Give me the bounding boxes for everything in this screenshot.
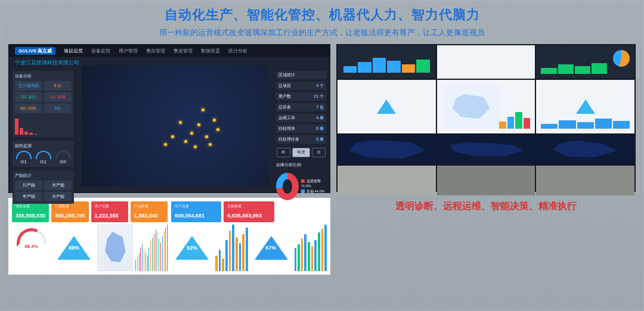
video-wall [336, 44, 636, 192]
chip: 立式玻璃机 [15, 81, 42, 91]
china-map[interactable] [81, 65, 269, 186]
camera-feed [437, 166, 535, 195]
sales-bar-chart [135, 225, 168, 271]
nav-item-4[interactable]: 售后管理 [174, 48, 193, 54]
prod-triangle-2: 67% [250, 225, 292, 271]
wall-map-cell [536, 135, 634, 164]
nav-item-3[interactable]: 售后管理 [146, 48, 165, 54]
pie-legend: 温度报警 71.0% 其他 44.0% [301, 179, 326, 194]
nav-item-5[interactable]: 数据设置 [201, 48, 220, 54]
wall-cell [338, 80, 436, 133]
wall-cell [338, 45, 436, 79]
stat-tile: 产品数量1,392,840 [131, 201, 168, 222]
stat-tile: 销售金额338,808,030 [12, 201, 49, 222]
region-header: 区域统计 [276, 71, 326, 79]
kpi-row: 总设备7 台 [276, 103, 326, 111]
stat-tile: 订单数量385,289,700 [51, 201, 88, 222]
tab[interactable]: 月产能 [44, 181, 72, 190]
prod-bar-chart-2 [295, 225, 327, 271]
gauge-label: G1 [35, 159, 52, 164]
sales-gauge: 88.4% [12, 225, 51, 271]
subheadline: 用一种新的运营模式改变玻璃深加工行业的生产方式，让老板活得更有尊严，让工人更像巡… [0, 27, 644, 38]
gauge-label: G1 [15, 159, 32, 164]
kpi-row: 运维工单4 单 [276, 114, 326, 122]
sales-card: 销售金额338,808,030 订单数量385,289,700 客户总数1,22… [12, 201, 168, 271]
tab[interactable]: 日产能 [15, 181, 42, 190]
kpi-row: 总项目4 个 [276, 82, 326, 90]
kpi-row: 待处理任务5 单 [276, 135, 326, 144]
white-dashboard-row: 销售金额338,808,030 订单数量385,289,700 客户总数1,22… [8, 198, 330, 275]
camera-feed [536, 166, 634, 195]
block-title: 产能统计 [15, 173, 72, 179]
device-analysis-block: 设备分析 立式玻璃机 0 台 2台 运行 1台 故障 0台 待机 0台 [13, 71, 74, 137]
block-title: 设备分析 [15, 73, 72, 79]
headline: 自动化生产、智能化管控、机器代人力、智力代脑力 [0, 0, 644, 24]
chip: 0台 [44, 104, 72, 113]
wall-map-cell [338, 135, 436, 164]
prod-triangle-1: 92% [171, 225, 213, 271]
chip: 0台 待机 [15, 104, 42, 113]
period-month[interactable]: 月 [312, 148, 326, 157]
kpi-row: 待处理单0 单 [276, 125, 326, 133]
camera-feed [338, 166, 436, 195]
wall-cell [437, 80, 535, 133]
sales-triangle: 89% [53, 225, 95, 271]
nav-item-6[interactable]: 统计分析 [228, 48, 247, 54]
energy-block: 能耗监测 G1 G1 G0 [13, 141, 74, 167]
wall-cell [437, 45, 535, 79]
nav-item-2[interactable]: 用户管理 [119, 48, 138, 54]
chip: 0 台 [44, 81, 72, 91]
period-quarter[interactable]: 季度 [292, 148, 310, 157]
capacity-block: 产能统计 日产能 月产能 年产能 月产能 [13, 170, 74, 204]
dashboard-topnav: GOLIVE 高立威 项目总览 设备监控 用户管理 售后管理 售后管理 数据设置… [9, 45, 330, 57]
wall-cell [536, 45, 634, 79]
prod-bar-chart-1 [215, 225, 248, 271]
kpi-row: 用户数21 个 [276, 92, 326, 101]
brand-logo: GOLIVE 高立威 [15, 47, 55, 55]
wall-cell [536, 80, 634, 133]
bottom-tagline: 透明诊断、远程运维、智能决策、精准执行 [336, 200, 636, 213]
nav-item-overview[interactable]: 项目总览 [64, 48, 83, 54]
pie-title: 故障分析比例 [276, 162, 326, 168]
project-title: 宁波江花玻璃科技有限公司 [15, 59, 79, 67]
stat-tile: 生产总量609,054,681 [171, 201, 221, 222]
dark-dashboard: GOLIVE 高立威 项目总览 设备监控 用户管理 售后管理 售后管理 数据设置… [8, 44, 330, 193]
tab[interactable]: 月产能 [44, 192, 72, 201]
gauge-label: G0 [54, 159, 72, 164]
chip: 1台 故障 [44, 92, 72, 102]
fault-pie-chart [276, 173, 299, 200]
mini-bar-chart [15, 114, 72, 135]
tab[interactable]: 年产能 [15, 192, 42, 201]
wall-map-cell [437, 135, 535, 164]
period-year[interactable]: 年 [277, 148, 290, 157]
chip: 2台 运行 [15, 92, 42, 102]
stat-tile: 客户总数1,222,355 [91, 201, 128, 222]
stat-tile: 合格数量6,635,593,993 [224, 201, 274, 222]
block-title: 能耗监测 [15, 143, 72, 149]
production-card: 生产总量609,054,681 合格数量6,635,593,993 92% 67… [171, 201, 327, 271]
nav-item-1[interactable]: 设备监控 [91, 48, 110, 54]
mini-china-map [97, 225, 133, 271]
